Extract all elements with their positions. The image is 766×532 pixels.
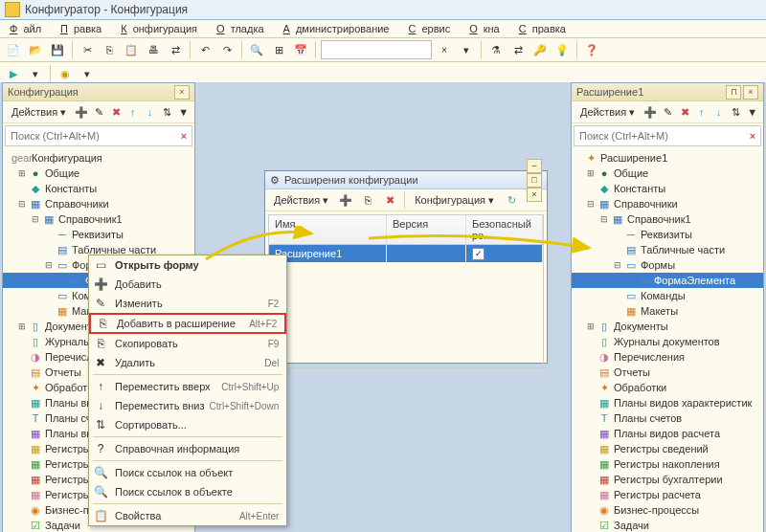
expand-icon[interactable] [16,367,27,378]
menu-file[interactable]: Файл [4,22,53,35]
dialog-head[interactable]: ⚙ Расширения конфигурации – □ × [265,171,547,189]
tree-item[interactable]: ▤Отчеты [572,365,763,380]
expand-icon[interactable] [612,230,622,240]
close-icon[interactable]: × [743,85,758,100]
expand-icon[interactable]: ⊟ [16,199,27,210]
expand-icon[interactable]: ⊟ [612,260,622,271]
search-down-icon[interactable]: ▾ [457,40,476,59]
search-input-toolbar[interactable] [321,40,432,59]
expand-icon[interactable] [625,276,636,286]
ctx-item[interactable]: ?Справочная информация [89,439,286,458]
db-icon[interactable]: ◉ [56,64,75,83]
tb-icon-4[interactable]: 💡 [552,40,572,59]
pin-icon[interactable]: ⊓ [726,85,741,100]
ctx-item[interactable]: 🔍Поиск ссылок на объект [89,463,286,482]
tree-item[interactable]: ◆Константы [3,181,194,196]
expand-icon[interactable]: ⊟ [598,214,609,225]
expand-icon[interactable] [612,291,622,301]
ctx-item[interactable]: 📋СвойстваAlt+Enter [89,506,286,525]
expand-icon[interactable] [612,306,622,317]
expand-icon[interactable] [16,337,27,347]
expand-icon[interactable]: ⊟ [43,260,54,271]
tree-item[interactable]: ▦Планы видов характеристик [572,395,763,410]
expand-icon[interactable]: ⊞ [585,321,596,332]
expand-icon[interactable] [585,337,596,347]
edit-icon[interactable]: ✎ [661,102,675,122]
redo-icon[interactable]: ↷ [217,40,237,59]
copy-icon[interactable]: ⎘ [358,190,377,210]
db-dd-icon[interactable]: ▾ [78,64,97,83]
ctx-item[interactable]: ⎘Добавить в расширениеAlt+F2 [89,313,286,334]
cut-icon[interactable]: ✂ [78,40,97,59]
tree-item[interactable]: gearКонфигурация [3,150,194,166]
new-icon[interactable]: 📄 [4,40,23,59]
delete-icon[interactable]: ✖ [109,102,124,122]
tree-item[interactable]: ▦Регистры сведений [572,441,763,456]
col-safe[interactable]: Безопасный ре... [466,215,543,244]
close-icon[interactable]: × [174,85,190,100]
debug-cfg-icon[interactable]: ▾ [26,64,45,83]
clear-icon[interactable]: × [435,40,454,59]
tree-item[interactable]: ⊟▦Справочники [572,196,763,211]
ctx-item[interactable]: ↓Переместить внизCtrl+Shift+Down [89,396,286,415]
expand-icon[interactable] [612,245,622,255]
expand-icon[interactable] [585,490,596,500]
tree-item[interactable]: ▦Макеты [572,303,763,319]
delete-icon[interactable]: ✖ [678,102,692,122]
right-search-input[interactable] [574,128,745,144]
help-icon[interactable]: ❓ [582,40,601,59]
ctx-item[interactable]: ▭Открыть форму [89,255,286,275]
debug-start-icon[interactable]: ▶ [4,64,23,83]
clear-search-icon[interactable]: × [176,128,192,144]
tree-item[interactable]: ▯Журналы документов [572,334,763,349]
ctx-item[interactable]: 🔍Поиск ссылок в объекте [89,482,286,501]
menu-edit[interactable]: Правка [55,22,113,35]
config-dropdown[interactable]: Конфигурация▾ [410,192,499,209]
expand-icon[interactable] [585,352,596,363]
expand-icon[interactable] [43,306,54,317]
add-icon[interactable]: ➕ [642,102,658,122]
undo-icon[interactable]: ↶ [195,40,214,59]
expand-icon[interactable] [16,398,27,409]
tree-item[interactable]: ☑Задачи [572,518,763,532]
menu-help[interactable]: Справка [513,22,577,35]
clear-search-icon[interactable]: × [745,128,760,144]
grid-row[interactable]: Расширение1 ✓ [269,245,543,262]
up-icon[interactable]: ↑ [125,102,140,122]
tree-item[interactable]: ▦Регистры накопления [572,456,763,472]
expand-icon[interactable]: ⊞ [16,321,27,332]
expand-icon[interactable] [43,230,54,240]
expand-icon[interactable] [16,184,27,194]
tree-item[interactable]: ⊟▭Формы [572,257,763,273]
actions-dropdown[interactable]: Действия▾ [269,192,333,209]
down-icon[interactable]: ↓ [143,102,157,122]
actions-dropdown[interactable]: Действия▾ [575,104,640,121]
compare-icon[interactable]: ⇄ [166,40,185,59]
ctx-item[interactable]: ✖УдалитьDel [89,353,286,372]
calendar-icon[interactable]: 📅 [291,40,310,59]
calc-icon[interactable]: ⊞ [269,40,288,59]
tb-icon-3[interactable]: 🔑 [530,40,550,59]
tree-item[interactable]: ▭ФормаЭлемента [572,273,763,288]
expand-icon[interactable] [16,505,27,516]
actions-dropdown[interactable]: Действия▾ [7,104,71,121]
expand-icon[interactable] [585,429,596,439]
save-icon[interactable]: 💾 [48,40,67,59]
tree-item[interactable]: ◑Перечисления [572,349,763,365]
expand-icon[interactable] [585,383,596,393]
expand-icon[interactable] [585,444,596,454]
filter-icon[interactable]: ▼ [745,102,759,122]
ctx-item[interactable]: ↑Переместить вверхCtrl+Shift+Up [89,377,286,396]
edit-icon[interactable]: ✎ [92,102,106,122]
tree-item[interactable]: TПланы счетов [572,410,763,426]
expand-icon[interactable] [43,245,54,255]
ctx-item[interactable]: ➕Добавить [89,275,286,294]
add-icon[interactable]: ➕ [336,190,355,210]
down-icon[interactable]: ↓ [711,102,726,122]
expand-icon[interactable] [16,475,27,485]
sort-icon[interactable]: ⇅ [160,102,174,122]
expand-icon[interactable] [585,475,596,485]
minimize-icon[interactable]: – [527,159,542,173]
expand-icon[interactable] [585,505,596,516]
ctx-item[interactable]: ✎ИзменитьF2 [89,294,286,313]
